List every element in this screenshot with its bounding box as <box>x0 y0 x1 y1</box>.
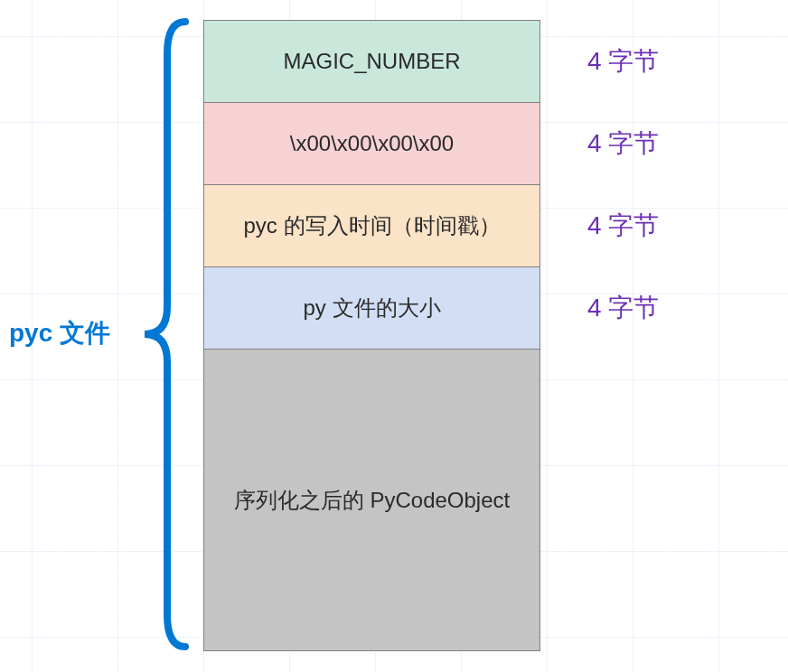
block-pycodeobject: 序列化之后的 PyCodeObject <box>203 349 540 651</box>
size-label: 4 字节 <box>578 20 759 102</box>
size-label: 4 字节 <box>578 102 759 184</box>
file-structure-blocks: MAGIC_NUMBER \x00\x00\x00\x00 pyc 的写入时间（… <box>203 20 540 651</box>
block-label: 序列化之后的 PyCodeObject <box>234 486 510 515</box>
block-magic-number: MAGIC_NUMBER <box>203 20 540 103</box>
curly-brace-icon <box>140 18 190 650</box>
block-file-size: py 文件的大小 <box>203 266 540 350</box>
file-title-label: pyc 文件 <box>9 316 110 350</box>
block-label: \x00\x00\x00\x00 <box>290 131 454 156</box>
diagram-container: pyc 文件 MAGIC_NUMBER \x00\x00\x00\x00 pyc… <box>0 0 788 672</box>
block-label: pyc 的写入时间（时间戳） <box>243 211 500 240</box>
block-label: py 文件的大小 <box>303 294 440 322</box>
size-labels-column: 4 字节 4 字节 4 字节 4 字节 <box>578 20 759 349</box>
size-label: 4 字节 <box>578 266 759 349</box>
block-timestamp: pyc 的写入时间（时间戳） <box>203 184 540 267</box>
size-label: 4 字节 <box>578 184 759 266</box>
block-zero-bytes: \x00\x00\x00\x00 <box>203 102 540 185</box>
block-label: MAGIC_NUMBER <box>283 49 460 74</box>
